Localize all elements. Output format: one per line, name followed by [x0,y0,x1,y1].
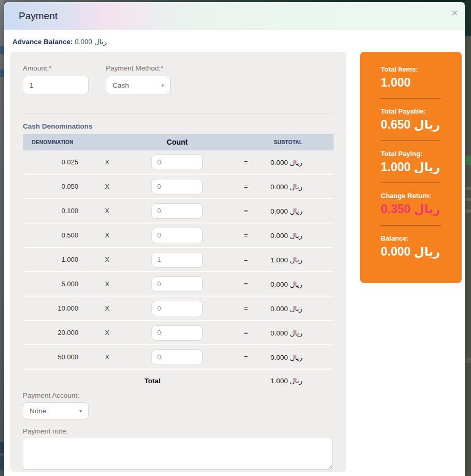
summary-divider [381,98,441,99]
total-row: Total 1.000 ريال [23,370,334,391]
subtotal-value: 0.000 ريال [269,158,334,166]
amount-label: Amount:* [23,64,52,72]
denomination-row: 20.000 X = 0.000 ريال [23,321,334,345]
column-header-denomination: DENOMINATION [23,139,82,145]
multiply-symbol: X [82,183,132,190]
payment-method-value: Cash [113,81,129,89]
denomination-row: 0.050 X = 0.000 ريال [23,175,334,199]
advance-balance: Advance Balance: 0.000 ريال [12,37,107,46]
subtotal-value: 0.000 ريال [269,231,334,240]
count-input[interactable] [151,301,203,316]
table-header-row: DENOMINATION Count SUBTOTAL [23,134,334,150]
denomination-value: 0.050 [23,183,82,190]
multiply-symbol: X [82,256,132,263]
summary-items: Total Items: 1.000 Total Payable: 0.650 … [381,65,441,258]
summary-value: 0.650 ريال [381,118,441,131]
summary-section: Total Payable: 0.650 ريال [381,107,441,141]
payment-method-select[interactable]: Cash ▾ [106,76,171,94]
close-icon[interactable]: × [452,8,458,18]
summary-value: 1.000 [381,76,441,89]
denomination-value: 0.100 [23,207,82,215]
denomination-value: 0.500 [23,231,82,239]
count-input[interactable] [151,228,203,243]
background-page-left [0,0,4,476]
summary-section: Total Items: 1.000 [381,65,441,99]
payment-modal: Payment × Advance Balance: 0.000 ريال Am… [4,2,465,476]
multiply-symbol: X [82,231,132,239]
summary-divider [381,141,441,141]
advance-balance-value: 0.000 ريال [75,38,107,46]
count-input[interactable] [151,276,203,292]
denomination-value: 1.000 [23,256,82,263]
background-page-right [465,0,471,476]
summary-value: 0.350 ريال [381,202,441,216]
subtotal-value: 0.000 ريال [269,304,334,313]
chevron-down-icon: ▾ [79,408,82,414]
page-title: Payment [19,10,58,22]
summary-value: 0.000 ريال [381,245,441,258]
column-header-subtotal: SUBTOTAL [269,139,334,145]
summary-label: Change Return: [381,192,441,200]
denomination-row: 5.000 X = 0.000 ريال [23,272,334,297]
multiply-symbol: X [82,353,132,361]
denomination-value: 20.000 [23,329,82,337]
equals-symbol: = [223,158,269,166]
denomination-row: 50.000 X = 0.000 ريال [23,345,334,370]
equals-symbol: = [223,231,269,239]
multiply-symbol: X [82,329,132,337]
payment-account-value: None [30,407,46,415]
cash-denominations-title: Cash Denominations [23,122,92,130]
subtotal-value: 0.000 ريال [269,183,334,191]
count-input[interactable] [151,179,203,194]
multiply-symbol: X [82,280,132,288]
summary-value: 1.000 ريال [381,160,441,174]
summary-label: Total Paying: [381,150,441,158]
amount-input[interactable] [23,76,89,94]
cash-denominations-table: DENOMINATION Count SUBTOTAL 0.025 X = 0.… [23,134,334,391]
equals-symbol: = [223,280,269,288]
summary-section: Change Return: 0.350 ريال [381,192,441,225]
advance-balance-label: Advance Balance: [12,38,73,46]
summary-divider [381,225,441,226]
subtotal-value: 1.000 ريال [269,256,334,264]
denomination-row: 0.100 X = 0.000 ريال [23,199,334,223]
count-input[interactable] [151,252,203,268]
payment-summary-panel: Total Items: 1.000 Total Payable: 0.650 … [360,52,462,283]
multiply-symbol: X [82,304,132,312]
denomination-value: 10.000 [23,304,82,312]
multiply-symbol: X [82,158,132,166]
count-input[interactable] [151,203,203,219]
summary-label: Balance: [381,234,441,242]
multiply-symbol: X [82,207,132,215]
modal-header: Payment × [4,2,465,30]
payment-form-panel: Amount:* Payment Method:* Cash ▾ Cash De… [10,52,346,472]
subtotal-value: 0.000 ريال [269,329,334,337]
denomination-row: 1.000 X = 1.000 ريال [23,248,334,272]
subtotal-value: 0.000 ريال [269,207,334,215]
subtotal-value: 0.000 ريال [269,353,334,361]
payment-note-label: Payment note: [23,427,68,435]
equals-symbol: = [223,353,269,361]
denomination-row: 0.500 X = 0.000 ريال [23,223,334,248]
denomination-value: 0.025 [23,158,82,166]
summary-section: Total Paying: 1.000 ريال [381,150,441,183]
equals-symbol: = [223,304,269,312]
table-body: 0.025 X = 0.000 ريال 0.050 X = 0.000 ريا… [23,150,334,370]
payment-method-label: Payment Method:* [106,64,163,72]
denomination-row: 10.000 X = 0.000 ريال [23,297,334,321]
denomination-row: 0.025 X = 0.000 ريال [23,150,334,175]
denomination-value: 50.000 [23,353,82,361]
total-value: 1.000 ريال [269,376,334,385]
count-input[interactable] [151,155,203,170]
equals-symbol: = [223,183,269,190]
subtotal-value: 0.000 ريال [269,280,334,288]
summary-label: Total Items: [381,65,441,73]
payment-account-label: Payment Account: [23,391,79,399]
summary-label: Total Payable: [381,107,441,115]
payment-account-select[interactable]: None ▾ [23,402,89,419]
payment-note-textarea[interactable] [23,438,333,470]
count-input[interactable] [151,325,203,341]
count-input[interactable] [151,349,203,365]
divider [23,113,334,114]
equals-symbol: = [223,207,269,215]
